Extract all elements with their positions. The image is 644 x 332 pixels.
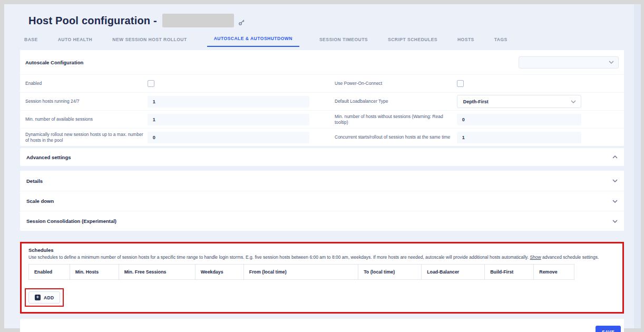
scale-down-accordion[interactable]: Scale down <box>20 191 624 211</box>
show-advanced-schedule-settings-link[interactable]: Show <box>530 255 541 260</box>
tab-hosts[interactable]: HOSTS <box>457 37 474 47</box>
column-header-min-free-sessions: Min. Free Sessions <box>119 265 195 280</box>
concurrent-starts-input[interactable] <box>457 132 581 143</box>
advanced-settings-accordion[interactable]: Advanced settings <box>20 148 624 166</box>
schedules-table: Enabled Min. Hosts Min. Free Sessions We… <box>28 264 574 280</box>
chevron-down-icon <box>609 61 614 64</box>
chevron-down-icon <box>612 179 618 182</box>
column-header-load-balancer: Load-Balancer <box>422 265 485 280</box>
save-button[interactable]: SAVE <box>596 326 621 332</box>
schedules-description-text: Use schedules to define a minimum number… <box>28 255 530 260</box>
use-power-on-connect-label: Use Power-On-Connect <box>335 81 457 86</box>
default-loadbalancer-type-value: Depth-First <box>463 99 489 104</box>
form-row: Dynamically rollout new session hosts up… <box>20 128 624 146</box>
column-header-weekdays: Weekdays <box>195 265 243 280</box>
footer-panel: SAVE <box>20 319 624 332</box>
min-available-sessions-input[interactable] <box>148 114 309 125</box>
form-row: Min. number of available sessions Min. n… <box>20 110 624 128</box>
tab-session-timeouts[interactable]: SESSION TIMEOUTS <box>319 37 368 47</box>
tab-new-session-host-rollout[interactable]: NEW SESSION HOST ROLLOUT <box>112 37 187 47</box>
column-header-from-local-time: From (local time) <box>243 265 358 280</box>
column-header-to-local-time: To (local time) <box>358 265 422 280</box>
add-schedule-button-label: ADD <box>44 295 54 300</box>
enabled-checkbox[interactable] <box>148 80 154 87</box>
session-hosts-24-7-input[interactable] <box>148 96 309 108</box>
advanced-subsections-panel: Details Scale down Session Consolidation… <box>20 171 624 231</box>
host-pool-name-redacted <box>162 14 234 27</box>
details-accordion[interactable]: Details <box>20 171 624 191</box>
column-header-enabled: Enabled <box>29 265 70 280</box>
form-row: Enabled Use Power-On-Connect <box>20 74 624 92</box>
dynamic-rollout-max-hosts-input[interactable] <box>148 132 309 143</box>
session-consolidation-accordion[interactable]: Session Consolidation (Experimental) <box>20 211 624 231</box>
session-consolidation-title: Session Consolidation (Experimental) <box>26 218 116 224</box>
scale-down-title: Scale down <box>26 198 54 204</box>
tab-script-schedules[interactable]: SCRIPT SCHEDULES <box>388 37 437 47</box>
enabled-label: Enabled <box>25 81 148 86</box>
tab-base[interactable]: BASE <box>24 37 38 47</box>
chevron-up-icon <box>612 155 618 159</box>
advanced-settings-title: Advanced settings <box>26 154 71 160</box>
autoscale-configuration-title: Autoscale Configuration <box>25 60 83 65</box>
add-schedule-button[interactable]: + ADD <box>28 291 60 304</box>
column-header-min-hosts: Min. Hosts <box>70 265 119 280</box>
form-row: Session hosts running 24/7 Default Loadb… <box>20 92 624 110</box>
concurrent-starts-label: Concurrent starts/rollout of session hos… <box>335 134 457 140</box>
page-header: Host Pool configuration - <box>28 13 624 28</box>
schedules-annotation-box: Schedules Use schedules to define a mini… <box>20 242 624 314</box>
autoscale-configuration-panel: Autoscale Configuration Enabled Use Powe… <box>20 50 624 146</box>
min-hosts-without-sessions-input[interactable] <box>457 114 581 125</box>
plus-icon: + <box>35 295 41 300</box>
page-title: Host Pool configuration - <box>28 15 157 27</box>
chevron-down-icon <box>571 100 576 103</box>
schedules-description: Use schedules to define a minimum number… <box>28 255 616 260</box>
tab-autoscale-autoshutdown[interactable]: AUTOSCALE & AUTOSHUTDOWN <box>207 36 299 47</box>
min-available-sessions-label: Min. number of available sessions <box>25 116 148 122</box>
schedules-table-header-row: Enabled Min. Hosts Min. Free Sessions We… <box>29 265 574 280</box>
tab-bar: BASE AUTO HEALTH NEW SESSION HOST ROLLOU… <box>24 36 624 47</box>
column-header-build-first: Build-First <box>485 265 534 280</box>
details-title: Details <box>26 178 43 184</box>
schedules-description-suffix: advanced schedule settings. <box>541 255 599 260</box>
vertical-scrollbar[interactable] <box>634 4 641 328</box>
schedules-title: Schedules <box>28 247 616 253</box>
use-power-on-connect-checkbox[interactable] <box>457 80 464 87</box>
add-button-annotation-box: + ADD <box>25 288 64 307</box>
session-hosts-24-7-label: Session hosts running 24/7 <box>25 99 148 104</box>
autoscale-config-select[interactable] <box>519 56 619 69</box>
min-hosts-without-sessions-label: Min. number of hosts without sessions (W… <box>335 114 457 124</box>
dynamic-rollout-max-hosts-label: Dynamically rollout new session hosts up… <box>25 132 148 142</box>
chevron-down-icon <box>612 200 618 203</box>
tab-tags[interactable]: TAGS <box>494 37 508 47</box>
column-header-remove: Remove <box>534 265 574 280</box>
default-loadbalancer-type-label: Default Loadbalancer Type <box>335 99 457 104</box>
host-pool-config-card: Host Pool configuration - BASE AUTO HEAL… <box>4 4 641 328</box>
key-icon[interactable] <box>238 18 245 28</box>
tab-auto-health[interactable]: AUTO HEALTH <box>58 37 93 47</box>
default-loadbalancer-type-select[interactable]: Depth-First <box>457 95 581 108</box>
chevron-down-icon <box>612 220 618 223</box>
